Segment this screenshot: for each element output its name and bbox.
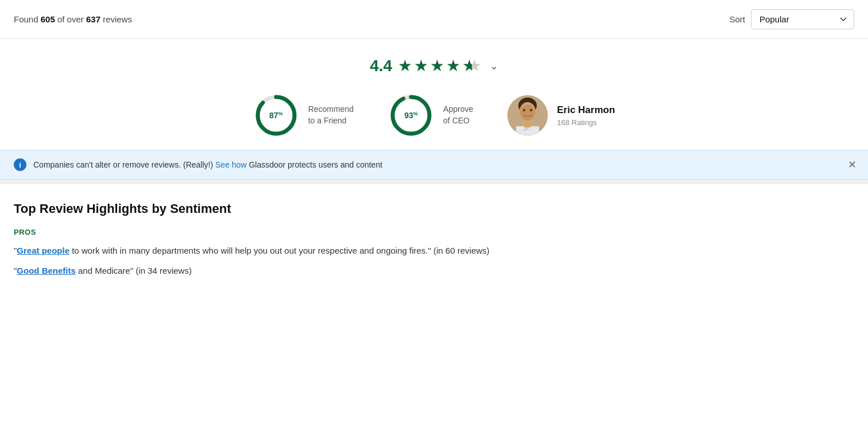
highlights-section: Top Review Highlights by Sentiment PROS … — [0, 180, 868, 296]
pros-label: PROS — [14, 228, 854, 236]
ceo-approve-stat: 93% Approve of CEO — [388, 92, 473, 138]
stats-row: 87% Recommend to a Friend 93% Approve of… — [253, 92, 615, 138]
info-icon: i — [14, 158, 26, 171]
svg-point-10 — [530, 109, 532, 111]
svg-point-8 — [520, 104, 535, 121]
rating-section: 4.4 ★ ★ ★ ★ ★ ★ ⌄ 87% — [0, 39, 868, 150]
quote-2: "Good Benefits and Medicare" (in 34 revi… — [14, 265, 854, 278]
overall-rating: 4.4 ★ ★ ★ ★ ★ ★ ⌄ — [370, 56, 498, 75]
star-half: ★ — [462, 56, 472, 75]
approve-line2: of CEO — [443, 116, 470, 125]
found-label: Found — [14, 14, 38, 24]
banner-text-after: Glassdoor protects users and content — [247, 160, 383, 169]
svg-point-9 — [523, 109, 525, 111]
ceo-ratings: 168 Ratings — [557, 118, 615, 127]
quote-2-highlight[interactable]: Good Benefits — [17, 266, 76, 275]
ceo-name: Eric Harmon — [557, 104, 615, 116]
quote-1-text: to work with in many departments who wil… — [69, 246, 490, 255]
quote-1-highlight[interactable]: Great people — [17, 246, 69, 255]
sort-area: Sort Popular Most Recent Highest Rating … — [729, 9, 854, 29]
star-2: ★ — [414, 56, 428, 75]
info-banner: i Companies can't alter or remove review… — [0, 150, 868, 180]
total-count: 637 — [86, 14, 100, 24]
review-count-text: Found 605 of over 637 reviews — [14, 14, 132, 24]
svg-rect-14 — [524, 121, 531, 127]
approve-line1: Approve — [443, 104, 473, 114]
of-over-label: of over — [57, 14, 84, 24]
sort-label: Sort — [729, 14, 745, 24]
recommend-line1: Recommend — [308, 104, 354, 114]
rating-chevron-icon[interactable]: ⌄ — [490, 60, 498, 72]
quote-1: "Great people to work with in many depar… — [14, 244, 854, 258]
recommend-donut: 87% — [253, 92, 299, 138]
banner-text-before: Companies can't alter or remove reviews.… — [33, 160, 215, 169]
highlights-title: Top Review Highlights by Sentiment — [14, 201, 854, 216]
ceo-approve-percent: 93% — [404, 111, 418, 121]
ceo-info: Eric Harmon 168 Ratings — [557, 104, 615, 126]
recommend-line2: to a Friend — [308, 116, 347, 125]
quote-2-text: and Medicare" (in 34 reviews) — [76, 266, 192, 275]
ceo-approve-label: Approve of CEO — [443, 104, 473, 126]
banner-close-button[interactable]: ✕ — [848, 158, 857, 171]
banner-text: Companies can't alter or remove reviews.… — [33, 160, 382, 169]
recommend-stat: 87% Recommend to a Friend — [253, 92, 354, 138]
see-how-link[interactable]: See how — [215, 160, 246, 169]
ceo-section: Eric Harmon 168 Ratings — [507, 95, 615, 135]
star-4: ★ — [446, 56, 460, 75]
star-3: ★ — [430, 56, 444, 75]
top-bar: Found 605 of over 637 reviews Sort Popul… — [0, 0, 868, 39]
reviews-label: reviews — [103, 14, 132, 24]
star-1: ★ — [398, 56, 412, 75]
recommend-percent: 87% — [269, 111, 283, 121]
found-count: 605 — [41, 14, 55, 24]
sort-dropdown[interactable]: Popular Most Recent Highest Rating Lowes… — [751, 9, 854, 29]
rating-number: 4.4 — [370, 57, 392, 75]
recommend-label: Recommend to a Friend — [308, 104, 354, 126]
stars-row: ★ ★ ★ ★ ★ ★ — [398, 56, 482, 75]
ceo-approve-donut: 93% — [388, 92, 434, 138]
ceo-avatar — [507, 95, 548, 135]
